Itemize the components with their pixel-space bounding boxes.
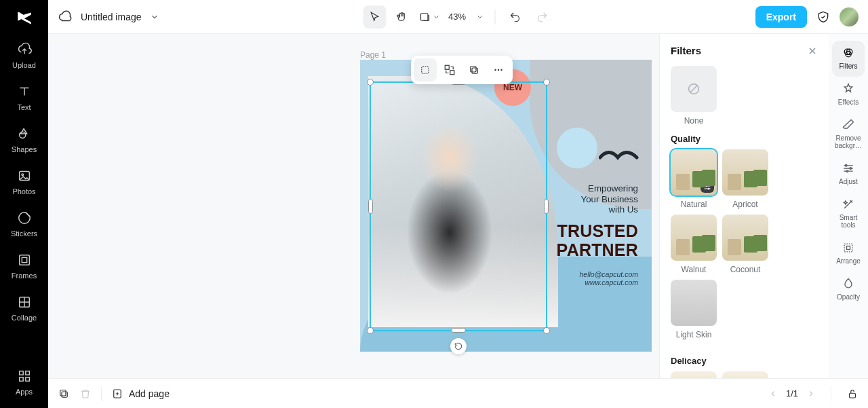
contact-email: hello@capcut.com (579, 270, 638, 278)
doc-title[interactable]: Untitled image (81, 12, 142, 22)
zoom-level[interactable]: 43% (446, 12, 469, 22)
add-page-button[interactable]: Add page (111, 388, 170, 400)
rail-smart-tools[interactable]: Smart tools (832, 192, 865, 236)
rail-apps[interactable]: Apps (0, 360, 48, 403)
rotate-handle[interactable] (450, 338, 467, 354)
filter-label: Coconut (722, 265, 768, 274)
svg-rect-10 (25, 371, 29, 375)
title-dropdown[interactable] (150, 12, 159, 22)
shapes-icon (17, 126, 32, 141)
filter-delicacy-1[interactable] (671, 371, 717, 378)
duplicate-button[interactable] (462, 58, 486, 81)
rail-opacity[interactable]: Opacity (832, 272, 865, 308)
close-panel-button[interactable] (807, 45, 818, 56)
add-page-icon (111, 388, 123, 400)
lock-button[interactable] (846, 388, 859, 400)
cloud-sync-icon[interactable] (58, 10, 73, 24)
collage-icon (17, 295, 32, 310)
top-bar: Untitled image 43% (48, 0, 868, 34)
rail-frames[interactable]: Frames (0, 244, 48, 286)
page-navigator: 1/1 (768, 388, 816, 398)
more-button[interactable] (487, 58, 510, 81)
contact-web: www.capcut.com (579, 278, 638, 286)
redo-button[interactable] (530, 5, 553, 29)
wand-icon (842, 198, 855, 211)
rail-upload[interactable]: Upload (0, 34, 48, 76)
undo-button[interactable] (503, 5, 526, 29)
rail-spacer (0, 329, 48, 360)
topbar-center: 43% (363, 5, 553, 29)
duplicate-page-button[interactable] (58, 388, 70, 400)
user-avatar[interactable] (840, 7, 859, 26)
resize-edge-bottom[interactable] (451, 328, 466, 333)
left-rail: Upload Text Shapes Photos Stickers (0, 0, 48, 408)
filter-coconut[interactable] (722, 215, 768, 261)
svg-point-3 (19, 132, 25, 138)
effects-icon (842, 82, 855, 96)
rail-collage[interactable]: Collage (0, 286, 48, 329)
topbar-right: Export (755, 6, 859, 28)
adjust-icon (842, 162, 855, 175)
rail-photos[interactable]: Photos (0, 160, 48, 202)
text-icon (17, 84, 32, 99)
resize-handle-br[interactable] (543, 327, 550, 334)
resize-handle-bl[interactable] (367, 327, 374, 334)
export-button[interactable]: Export (755, 6, 807, 28)
workspace: Page 1 NEW Empowering Your Business with… (48, 34, 868, 378)
rail-stickers[interactable]: Stickers (0, 202, 48, 244)
filter-none[interactable] (671, 66, 717, 112)
shield-icon[interactable] (816, 10, 830, 24)
filter-apricot[interactable] (722, 149, 768, 196)
crop-button[interactable] (414, 58, 437, 81)
photos-icon (17, 168, 32, 183)
svg-point-19 (494, 69, 496, 71)
filter-natural[interactable] (671, 149, 717, 196)
app-logo[interactable] (0, 0, 48, 34)
select-tool[interactable] (363, 5, 386, 29)
rail-effects[interactable]: Effects (832, 77, 865, 113)
next-page-button[interactable] (806, 389, 816, 398)
svg-rect-6 (19, 255, 29, 265)
filter-none-label: None (671, 116, 717, 126)
hand-tool[interactable] (390, 5, 413, 29)
resize-edge-left[interactable] (368, 199, 373, 214)
filter-delicacy-2[interactable] (722, 371, 768, 378)
filters-panel: Filters None Quality (659, 34, 829, 378)
replace-button[interactable] (438, 58, 461, 81)
svg-rect-17 (472, 68, 477, 73)
prev-page-button[interactable] (768, 389, 778, 398)
page-indicator: 1/1 (786, 388, 798, 398)
selection-frame[interactable] (370, 81, 547, 331)
panel-title: Filters (671, 45, 701, 56)
resize-tool[interactable] (417, 5, 441, 29)
svg-rect-11 (19, 377, 23, 382)
resize-handle-tl[interactable] (367, 79, 374, 86)
rail-filters[interactable]: Filters (832, 41, 865, 77)
empower-text[interactable]: Empowering Your Business with Us (580, 183, 638, 215)
resize-edge-right[interactable] (544, 199, 549, 214)
apps-icon (17, 369, 32, 384)
delete-page-button[interactable] (79, 388, 92, 400)
zoom-dropdown[interactable] (473, 5, 486, 29)
filter-label: Natural (671, 200, 717, 209)
canvas-area[interactable]: Page 1 NEW Empowering Your Business with… (48, 34, 659, 378)
filter-adjust-icon[interactable] (701, 182, 714, 193)
rail-text[interactable]: Text (0, 76, 48, 118)
quality-grid: Natural Apricot Walnut Coconut (671, 149, 818, 339)
chevron-down-icon (432, 13, 440, 21)
contact-text[interactable]: hello@capcut.com www.capcut.com (579, 270, 638, 286)
resize-handle-tr[interactable] (543, 79, 550, 86)
trusted-text[interactable]: Trusted Partner (557, 221, 638, 259)
rail-shapes[interactable]: Shapes (0, 118, 48, 160)
upload-icon (17, 42, 32, 57)
add-page-label: Add page (129, 388, 170, 399)
filter-lightskin[interactable] (671, 280, 717, 326)
divider (101, 386, 102, 401)
filter-walnut[interactable] (671, 215, 717, 261)
rail-arrange[interactable]: Arrange (832, 236, 865, 272)
rail-remove-bg[interactable]: Remove backgr… (832, 113, 865, 156)
filters-icon (842, 46, 855, 60)
svg-rect-14 (422, 67, 429, 74)
rail-adjust[interactable]: Adjust (832, 156, 865, 192)
eraser-icon (842, 118, 855, 132)
